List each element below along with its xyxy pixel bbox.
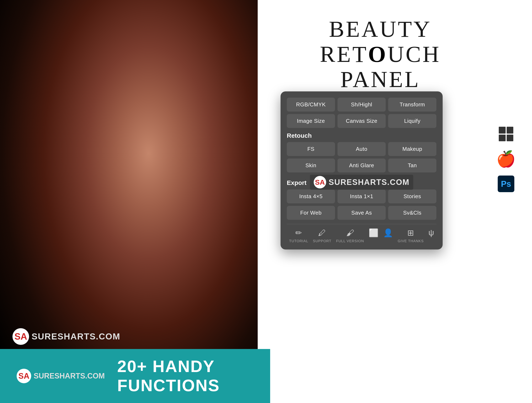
- photoshop-icon-container: Ps: [497, 175, 515, 193]
- stamp-icon: 👤: [383, 228, 393, 237]
- retouch-row-2: Skin Anti Glare Tan: [287, 158, 437, 172]
- insta-1x1-button[interactable]: Insta 1×1: [337, 189, 386, 203]
- fork-tool[interactable]: ψ: [429, 228, 434, 239]
- brush-icon: 🖌: [346, 228, 354, 237]
- win-sq-2: [507, 127, 513, 133]
- title-line1: BEAUTY RETOUCH: [266, 17, 494, 67]
- canvas-size-button[interactable]: Canvas Size: [337, 114, 386, 128]
- add-icon: ⊞: [407, 228, 414, 237]
- rgb-cmyk-button[interactable]: RGB/CMYK: [287, 98, 335, 112]
- win-sq-1: [499, 127, 506, 133]
- bottom-tagline-container: 20+ HANDY FUNCTIONS: [117, 357, 270, 395]
- add-tool[interactable]: ⊞ GIVE THANKS: [398, 228, 424, 243]
- stamp-tool[interactable]: 👤: [383, 228, 393, 239]
- bottom-logo: SA SURESHARTS.COM: [17, 369, 105, 383]
- auto-button[interactable]: Auto: [337, 142, 386, 156]
- retouch-label: Retouch: [287, 132, 437, 139]
- eraser-icon: ⬜: [369, 228, 378, 237]
- export-row-1: Insta 4×5 Insta 1×1 Stories: [287, 189, 437, 203]
- for-web-button[interactable]: For Web: [287, 206, 335, 220]
- makeup-button[interactable]: Makeup: [388, 142, 437, 156]
- title-area: BEAUTY RETOUCH PANEL: [266, 17, 494, 92]
- photoshop-icon: Ps: [498, 176, 514, 192]
- platform-icons: 🍎 Ps: [497, 125, 515, 193]
- panel-watermark-row: Export SA SURESHARTS.COM: [287, 175, 437, 189]
- title-bold-o: O: [368, 42, 387, 67]
- top-row-1: RGB/CMYK Sh/Highl Transform: [287, 98, 437, 112]
- give-thanks-label: GIVE THANKS: [398, 239, 424, 243]
- sv-cls-button[interactable]: Sv&Cls: [388, 206, 437, 220]
- photo-brand: SURESHARTS.COM: [32, 332, 120, 341]
- apple-icon: 🍎: [496, 151, 516, 167]
- full-version-tool[interactable]: 🖌 FULL VERSION: [336, 228, 364, 243]
- stories-button[interactable]: Stories: [388, 189, 437, 203]
- fs-button[interactable]: FS: [287, 142, 335, 156]
- image-size-button[interactable]: Image Size: [287, 114, 335, 128]
- photo-section: SA SURESHARTS.COM: [0, 0, 270, 403]
- support-label: SUPPORT: [313, 239, 331, 243]
- tan-button[interactable]: Tan: [388, 158, 437, 172]
- retouch-row-1: FS Auto Makeup: [287, 142, 437, 156]
- save-as-button[interactable]: Save As: [337, 206, 386, 220]
- title-line2: PANEL: [266, 67, 494, 92]
- liquify-button[interactable]: Liquify: [388, 114, 437, 128]
- bottom-tagline: 20+ HANDY FUNCTIONS: [117, 357, 220, 395]
- support-tool[interactable]: 🖊 SUPPORT: [313, 228, 331, 243]
- top-row-2: Image Size Canvas Size Liquify: [287, 114, 437, 128]
- pen-icon: 🖊: [318, 228, 326, 237]
- export-label: Export: [287, 179, 306, 186]
- tutorial-label: TUTORIAL: [289, 239, 308, 243]
- windows-icon: [499, 127, 513, 141]
- tagline-number: 20+: [117, 357, 147, 376]
- sh-highl-button[interactable]: Sh/Highl: [337, 98, 386, 112]
- win-sq-3: [499, 135, 506, 141]
- win-sq-4: [507, 135, 513, 141]
- tutorial-tool[interactable]: ✏ TUTORIAL: [289, 228, 308, 243]
- panel-brand-text: SURESHARTS.COM: [329, 178, 409, 187]
- insta-4x5-button[interactable]: Insta 4×5: [287, 189, 335, 203]
- fork-icon: ψ: [429, 228, 434, 237]
- main-title: BEAUTY RETOUCH PANEL: [266, 17, 494, 92]
- transform-button[interactable]: Transform: [388, 98, 437, 112]
- full-version-label: FULL VERSION: [336, 239, 364, 243]
- apple-icon-container: 🍎: [497, 150, 515, 168]
- eraser-tool[interactable]: ⬜: [369, 228, 378, 239]
- bottom-strip: SA SURESHARTS.COM 20+ HANDY FUNCTIONS: [0, 349, 270, 403]
- toolbar: ✏ TUTORIAL 🖊 SUPPORT 🖌 FULL VERSION ⬜ 👤 …: [287, 224, 437, 243]
- pencil-icon: ✏: [295, 228, 302, 237]
- export-row-2: For Web Save As Sv&Cls: [287, 206, 437, 220]
- skin-button[interactable]: Skin: [287, 158, 335, 172]
- bottom-logo-mark: SA: [17, 369, 31, 383]
- windows-icon-container: [497, 125, 515, 143]
- bottom-brand-text: SURESHARTS.COM: [34, 372, 105, 380]
- panel-container: RGB/CMYK Sh/Highl Transform Image Size C…: [280, 91, 443, 250]
- anti-glare-button[interactable]: Anti Glare: [337, 158, 386, 172]
